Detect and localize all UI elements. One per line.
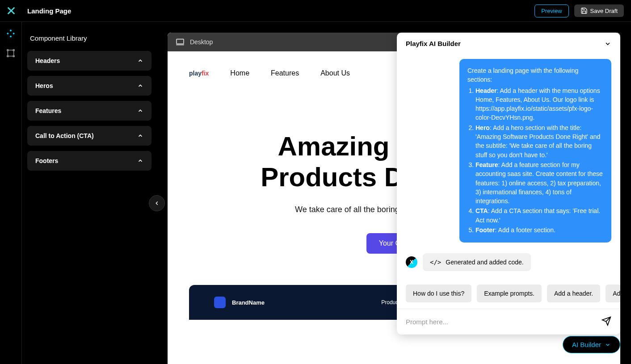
user-message: Create a landing page with the following… xyxy=(459,59,611,243)
ai-panel-body: Create a landing page with the following… xyxy=(397,54,620,278)
desktop-icon xyxy=(176,38,185,46)
save-draft-button[interactable]: Save Draft xyxy=(574,4,624,17)
svg-point-6 xyxy=(13,50,14,51)
svg-rect-3 xyxy=(10,35,12,38)
accordion-label: Footers xyxy=(35,157,58,164)
component-sidebar: Component Library Headers Heros Features… xyxy=(22,22,157,364)
svg-rect-0 xyxy=(7,33,9,35)
device-label: Desktop xyxy=(190,38,213,46)
accordion-label: Headers xyxy=(35,57,60,64)
ai-input-row xyxy=(397,309,620,335)
chevron-up-icon xyxy=(137,108,143,114)
ai-builder-pill[interactable]: AI Builder xyxy=(563,336,620,353)
user-msg-item: CTA: Add a CTA section that says: 'Free … xyxy=(475,206,603,225)
accordion-headers[interactable]: Headers xyxy=(27,51,151,71)
chevron-down-icon[interactable] xyxy=(604,40,611,47)
ai-panel-header: Playfix AI Builder xyxy=(397,33,620,54)
chevron-left-icon xyxy=(154,200,160,206)
svg-rect-4 xyxy=(8,50,13,56)
user-msg-intro: Create a landing page with the following… xyxy=(467,66,603,84)
ai-prompt-input[interactable] xyxy=(406,318,602,326)
accordion-label: Heros xyxy=(35,82,53,89)
brand-logo-icon xyxy=(214,297,226,308)
ai-builder-panel: Playfix AI Builder Create a landing page… xyxy=(397,33,620,335)
ai-suggestions: How do I use this? Example prompts. Add … xyxy=(397,278,620,309)
svg-rect-1 xyxy=(13,33,15,35)
accordion-cta[interactable]: Call to Action (CTA) xyxy=(27,126,151,146)
user-msg-item: Feature: Add a feature section for my ac… xyxy=(475,160,603,205)
frame-rail-icon[interactable] xyxy=(6,49,15,58)
suggestion-chip[interactable]: Add a header. xyxy=(547,285,600,302)
ai-response-text: Generated and added code. xyxy=(446,259,523,266)
svg-rect-9 xyxy=(177,39,184,44)
user-msg-item: Hero: Add a hero section with the title:… xyxy=(475,123,603,159)
accordion-footers[interactable]: Footers xyxy=(27,151,151,171)
send-icon xyxy=(602,316,611,326)
page-title: Landing Page xyxy=(27,7,71,15)
svg-point-5 xyxy=(7,50,8,51)
ai-pill-label: AI Builder xyxy=(572,341,601,348)
brand-name: BrandName xyxy=(232,299,265,306)
header-right: Preview Save Draft xyxy=(534,4,624,17)
accordion-label: Features xyxy=(35,107,61,114)
app-logo[interactable] xyxy=(0,0,22,22)
logo-icon xyxy=(6,6,16,16)
user-msg-list: Header: Add a header with the menu optio… xyxy=(467,86,603,235)
preview-nav: Home Features About Us xyxy=(230,69,350,77)
accordion-label: Call to Action (CTA) xyxy=(35,132,94,139)
suggestion-chip[interactable]: Add a he xyxy=(606,285,620,302)
save-label: Save Draft xyxy=(590,8,618,14)
svg-point-8 xyxy=(13,55,14,57)
code-icon: </> xyxy=(430,259,441,266)
user-msg-item: Footer: Add a footer section. xyxy=(475,226,603,234)
ai-response-row: X </> Generated and added code. xyxy=(406,253,611,271)
ai-response-chip: </> Generated and added code. xyxy=(423,253,531,271)
suggestion-chip[interactable]: How do I use this? xyxy=(406,285,471,302)
nav-link-about[interactable]: About Us xyxy=(320,69,350,77)
nav-link-features[interactable]: Features xyxy=(271,69,299,77)
chevron-up-icon xyxy=(137,58,143,64)
preview-button[interactable]: Preview xyxy=(534,4,568,17)
chevron-up-icon xyxy=(137,133,143,139)
svg-rect-2 xyxy=(10,29,12,32)
ai-panel-title: Playfix AI Builder xyxy=(406,40,461,47)
suggestion-chip[interactable]: Example prompts. xyxy=(477,285,542,302)
accordion-heros[interactable]: Heros xyxy=(27,76,151,96)
save-icon xyxy=(581,7,588,14)
chevron-up-icon xyxy=(137,158,143,164)
icon-rail xyxy=(0,22,22,364)
nav-link-home[interactable]: Home xyxy=(230,69,249,77)
ai-avatar-icon: X xyxy=(406,256,417,268)
app-header: Landing Page Preview Save Draft xyxy=(0,0,631,22)
preview-logo[interactable]: playfix xyxy=(189,70,209,77)
accordion-features[interactable]: Features xyxy=(27,101,151,121)
send-button[interactable] xyxy=(602,316,611,327)
chevron-down-icon xyxy=(605,342,611,348)
collapse-sidebar-button[interactable] xyxy=(149,195,165,211)
chevron-up-icon xyxy=(137,83,143,89)
sidebar-title: Component Library xyxy=(27,31,151,51)
svg-point-7 xyxy=(7,55,8,57)
components-rail-icon[interactable] xyxy=(6,29,15,38)
user-msg-item: Header: Add a header with the menu optio… xyxy=(475,86,603,122)
header-left: Landing Page xyxy=(0,0,71,22)
